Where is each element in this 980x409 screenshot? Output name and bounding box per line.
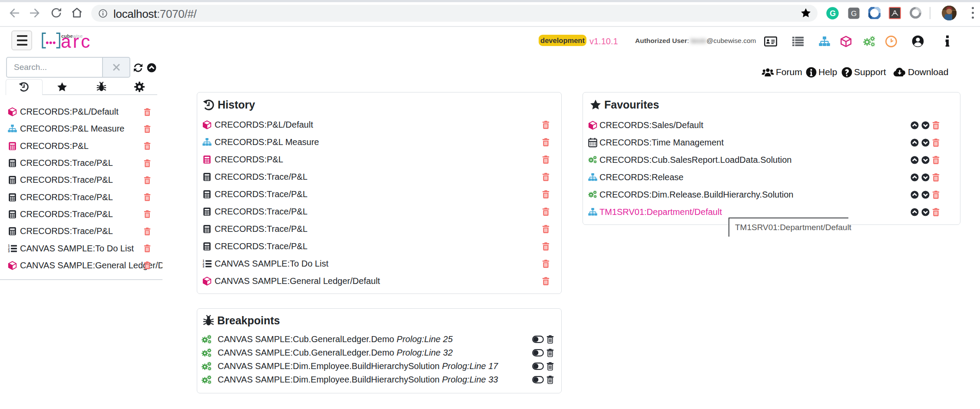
svg-text:arc: arc xyxy=(61,31,92,52)
svg-text:G: G xyxy=(830,9,836,18)
svg-text:G: G xyxy=(851,10,857,18)
